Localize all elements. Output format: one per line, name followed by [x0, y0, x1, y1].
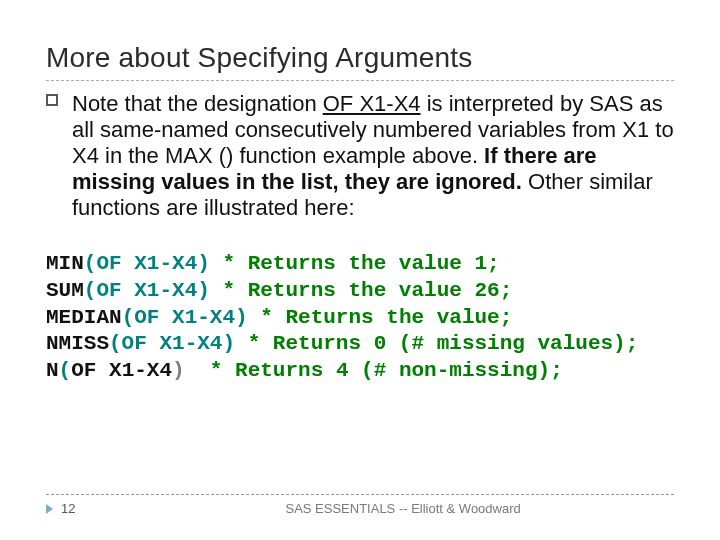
code-arg-2: (OF X1-X4)	[84, 279, 210, 302]
body-text: Note that the designation OF X1-X4 is in…	[72, 91, 674, 220]
footer-divider	[46, 494, 674, 495]
footer-text: SAS ESSENTIALS -- Elliott & Woodward	[285, 501, 520, 516]
body-block: Note that the designation OF X1-X4 is in…	[46, 91, 674, 221]
code-comment-5: * Returns 4 (# non-missing)	[185, 359, 550, 382]
slide: More about Specifying Arguments Note tha…	[0, 0, 720, 540]
code-line-5: N(OF X1-X4) * Returns 4 (# non-missing);	[46, 359, 563, 382]
bullet-icon	[46, 94, 58, 106]
code-comment-4: * Returns 0 (# missing values)	[235, 332, 626, 355]
body-frag-1: Note that the designation	[72, 91, 323, 116]
code-fn-nmiss: NMISS	[46, 332, 109, 355]
code-semi-1: ;	[487, 252, 500, 275]
code-arg-4: (OF X1-X4)	[109, 332, 235, 355]
code-fn-median: MEDIAN	[46, 306, 122, 329]
code-semi-5: ;	[550, 359, 563, 382]
code-arg-1: (OF X1-X4)	[84, 252, 210, 275]
code-arg-5-mid: OF X1-X4	[71, 359, 172, 382]
code-comment-1: * Returns the value 1	[210, 252, 487, 275]
footer-row: 12 SAS ESSENTIALS -- Elliott & Woodward	[46, 501, 674, 516]
code-line-1: MIN(OF X1-X4) * Returns the value 1;	[46, 252, 500, 275]
triangle-icon	[46, 504, 53, 514]
footer: 12 SAS ESSENTIALS -- Elliott & Woodward	[46, 486, 674, 516]
code-line-2: SUM(OF X1-X4) * Returns the value 26;	[46, 279, 512, 302]
code-semi-4: ;	[626, 332, 639, 355]
page-number: 12	[61, 501, 75, 516]
code-fn-min: MIN	[46, 252, 84, 275]
code-arg-5-close: )	[172, 359, 185, 382]
code-semi-3: ;	[500, 306, 513, 329]
slide-title: More about Specifying Arguments	[46, 42, 674, 74]
code-arg-3: (OF X1-X4)	[122, 306, 248, 329]
code-comment-3: * Returns the value	[248, 306, 500, 329]
code-comment-2: * Returns the value 26	[210, 279, 500, 302]
code-line-3: MEDIAN(OF X1-X4) * Returns the value;	[46, 306, 512, 329]
code-semi-2: ;	[500, 279, 513, 302]
code-fn-sum: SUM	[46, 279, 84, 302]
code-line-4: NMISS(OF X1-X4) * Returns 0 (# missing v…	[46, 332, 638, 355]
code-block: MIN(OF X1-X4) * Returns the value 1; SUM…	[46, 251, 674, 385]
body-frag-of: OF X1-X4	[323, 91, 421, 116]
title-divider	[46, 80, 674, 81]
code-arg-5-open: (	[59, 359, 72, 382]
code-fn-n: N	[46, 359, 59, 382]
